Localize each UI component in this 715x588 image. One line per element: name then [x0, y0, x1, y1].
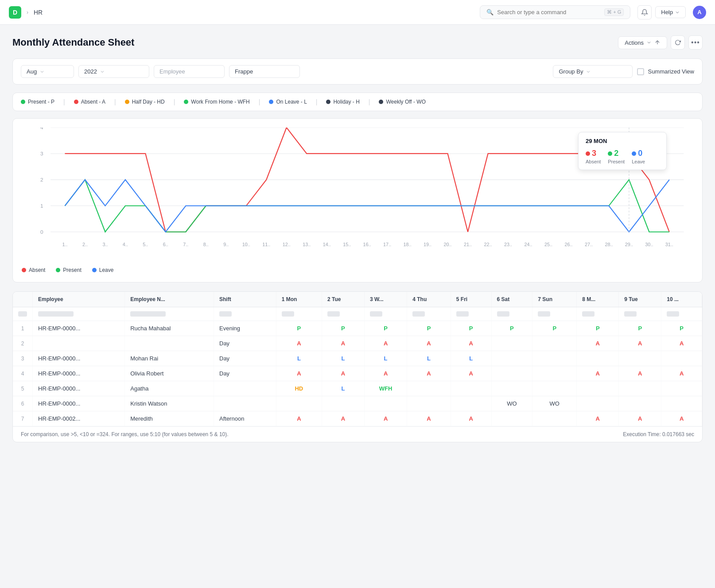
table-footer: For comparison, use >5, <10 or =324. For…: [13, 426, 702, 442]
col-d7[interactable]: 7 Sun: [532, 292, 577, 307]
chart-legend-leave: Leave: [92, 267, 114, 273]
table-row[interactable]: 3HR-EMP-0000...Mohan RaiDayLLLLL: [13, 351, 702, 366]
svg-text:16..: 16..: [363, 242, 371, 247]
table-row[interactable]: 1HR-EMP-0000...Rucha MahabalEveningPPPPP…: [13, 321, 702, 336]
page-header: Monthly Attendance Sheet Actions •••: [12, 35, 703, 50]
svg-text:25..: 25..: [544, 242, 552, 247]
col-d9[interactable]: 9 Tue: [619, 292, 661, 307]
svg-text:24..: 24..: [524, 242, 532, 247]
summarized-view-toggle[interactable]: Summarized View: [637, 68, 694, 75]
nav-app-name[interactable]: HR: [34, 9, 43, 16]
legend-present: Present - P: [21, 99, 54, 105]
skeleton-row: [13, 307, 702, 321]
table-header-row: Employee Employee N... Shift 1 Mon 2 Tue…: [13, 292, 702, 307]
weeklyoff-dot: [379, 100, 383, 104]
svg-text:2..: 2..: [82, 242, 88, 247]
svg-text:3: 3: [40, 151, 43, 157]
svg-text:18..: 18..: [404, 242, 412, 247]
svg-text:9..: 9..: [223, 242, 229, 247]
table-row[interactable]: 6HR-EMP-0000...Kristin WatsonWOWO: [13, 396, 702, 411]
table-row[interactable]: 2DayAAAAAAAA: [13, 336, 702, 351]
absent-dot: [74, 100, 78, 104]
search-bar[interactable]: 🔍 ⌘ + G: [480, 5, 630, 19]
svg-text:17..: 17..: [383, 242, 391, 247]
svg-text:0: 0: [40, 229, 43, 235]
chart-legend-present: Present: [56, 267, 81, 273]
page-title: Monthly Attendance Sheet: [12, 37, 134, 48]
col-d5[interactable]: 5 Fri: [451, 292, 491, 307]
svg-text:1: 1: [40, 203, 43, 209]
chart-leave-dot: [92, 268, 97, 272]
svg-text:12..: 12..: [283, 242, 291, 247]
col-d1[interactable]: 1 Mon: [276, 292, 322, 307]
col-num: [13, 292, 33, 307]
refresh-button[interactable]: [671, 35, 685, 50]
employee-filter[interactable]: Employee: [154, 65, 225, 78]
summarized-view-checkbox[interactable]: [637, 68, 644, 75]
svg-text:23..: 23..: [504, 242, 512, 247]
svg-text:20..: 20..: [444, 242, 452, 247]
col-shift[interactable]: Shift: [214, 292, 276, 307]
summarized-view-label: Summarized View: [648, 68, 694, 75]
col-d2[interactable]: 2 Tue: [322, 292, 364, 307]
svg-text:11..: 11..: [262, 242, 270, 247]
table-row[interactable]: 7HR-EMP-0002...MeredithAfternoonAAAAAAAA: [13, 411, 702, 426]
attendance-table: Employee Employee N... Shift 1 Mon 2 Tue…: [12, 291, 703, 442]
wfh-dot: [184, 100, 188, 104]
actions-button[interactable]: Actions: [618, 36, 667, 49]
top-nav: D › HR 🔍 ⌘ + G Help A: [0, 0, 715, 25]
notification-bell[interactable]: [637, 5, 652, 19]
search-shortcut: ⌘ + G: [604, 8, 624, 16]
legend-halfday: Half Day - HD: [125, 99, 165, 105]
col-d4[interactable]: 4 Thu: [407, 292, 451, 307]
help-label: Help: [661, 9, 673, 15]
chart-present-dot: [56, 268, 60, 272]
col-d8[interactable]: 8 M...: [577, 292, 619, 307]
legend-leave: On Leave - L: [269, 99, 307, 105]
year-selector[interactable]: 2022: [78, 65, 149, 78]
svg-text:4: 4: [40, 128, 43, 131]
svg-text:15..: 15..: [343, 242, 351, 247]
search-input[interactable]: [497, 9, 601, 15]
company-filter[interactable]: Frappe: [229, 65, 300, 78]
legend-absent: Absent - A: [74, 99, 105, 105]
svg-text:4..: 4..: [123, 242, 128, 247]
svg-text:2: 2: [40, 177, 43, 183]
holiday-dot: [326, 100, 330, 104]
user-avatar[interactable]: A: [693, 6, 706, 19]
table-row[interactable]: 5HR-EMP-0000...AgathaHDLWFH: [13, 381, 702, 396]
help-button[interactable]: Help: [655, 6, 686, 18]
more-options-button[interactable]: •••: [688, 35, 703, 50]
tooltip-items: 3 Absent 2 Present 0: [586, 149, 659, 164]
halfday-dot: [125, 100, 129, 104]
chart-legend: Absent Present Leave: [22, 267, 693, 273]
footer-hint: For comparison, use >5, <10 or =324. For…: [21, 431, 229, 437]
svg-text:14..: 14..: [323, 242, 331, 247]
leave-dot: [269, 100, 273, 104]
svg-text:10..: 10..: [242, 242, 250, 247]
svg-text:13..: 13..: [303, 242, 311, 247]
table-row[interactable]: 4HR-EMP-0000...Olivia RobertDayAAAAAAAA: [13, 366, 702, 381]
svg-text:1..: 1..: [62, 242, 67, 247]
svg-text:8..: 8..: [203, 242, 209, 247]
svg-text:27..: 27..: [585, 242, 593, 247]
breadcrumb-chevron: ›: [27, 9, 28, 15]
svg-text:3..: 3..: [102, 242, 108, 247]
chart-area: 29 MON 3 Absent 2 Presen: [12, 118, 703, 282]
tooltip-leave: 0 Leave: [632, 149, 645, 164]
chart-absent-dot: [22, 268, 26, 272]
tooltip-date: 29 MON: [586, 138, 659, 144]
svg-text:30..: 30..: [645, 242, 653, 247]
group-by-selector[interactable]: Group By: [553, 65, 633, 78]
col-employee[interactable]: Employee: [33, 292, 125, 307]
col-employee-name[interactable]: Employee N...: [125, 292, 214, 307]
month-selector[interactable]: Aug: [21, 65, 74, 78]
svg-text:29..: 29..: [625, 242, 633, 247]
app-logo[interactable]: D: [9, 6, 21, 19]
svg-text:31..: 31..: [665, 242, 673, 247]
col-d10[interactable]: 10 ...: [661, 292, 702, 307]
legend-weeklyoff: Weekly Off - WO: [379, 99, 426, 105]
col-d3[interactable]: 3 W...: [364, 292, 407, 307]
execution-time: Execution Time: 0.017663 sec: [623, 431, 694, 437]
col-d6[interactable]: 6 Sat: [491, 292, 532, 307]
